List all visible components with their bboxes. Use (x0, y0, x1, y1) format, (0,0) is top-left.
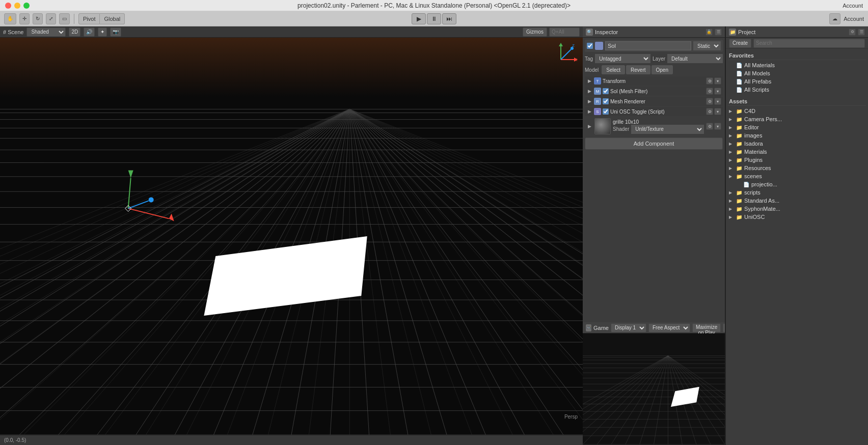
scale-tool-button[interactable]: ⤢ (46, 13, 56, 24)
tag-layer-row: Tag Untagged Layer Default (585, 54, 723, 63)
script-expand[interactable]: ▶ (586, 108, 592, 115)
inspector-menu-button[interactable]: ☰ (715, 29, 722, 36)
rotate-tool-button[interactable]: ↻ (33, 13, 43, 24)
toolbar-separator (74, 14, 74, 24)
favorites-item[interactable]: 📄All Models (728, 69, 866, 77)
mesh-filter-checkbox[interactable] (603, 88, 609, 94)
layer-dropdown[interactable]: Default (667, 54, 723, 63)
pause-button[interactable]: ⏸ (427, 13, 441, 24)
project-search-input[interactable] (753, 39, 865, 48)
persp-label: Persp (564, 414, 578, 420)
select-tab[interactable]: Select (602, 65, 625, 74)
scene-section: # Scene Shaded Wireframe 2D 🔊 ✦ 📷 Gizmos (0, 26, 583, 445)
project-settings-button[interactable]: ⚙ (849, 29, 856, 36)
asset-item[interactable]: ▶📁scenes (728, 172, 866, 180)
asset-item[interactable]: ▶📁Standard As... (728, 197, 866, 205)
mesh-renderer-checkbox[interactable] (603, 98, 609, 104)
mesh-renderer-expand[interactable]: ▶ (586, 98, 592, 104)
open-tab[interactable]: Open (652, 65, 673, 74)
display-dropdown[interactable]: Display 1 (611, 323, 646, 332)
status-bar: (0.0, -0.5) (0, 435, 583, 445)
2d-toggle[interactable]: 2D (69, 27, 80, 37)
asset-item[interactable]: ▶📁Camera Pers... (728, 115, 866, 123)
step-button[interactable]: ⏭ (442, 13, 456, 24)
game-icon: 🎮 (586, 324, 591, 331)
script-settings-button[interactable]: ⚙ (706, 108, 713, 115)
asset-item-label: projectio... (751, 181, 777, 187)
scene-search[interactable] (549, 27, 580, 37)
effects-toggle[interactable]: ✦ (98, 27, 107, 37)
asset-item-label: images (744, 132, 762, 138)
asset-item[interactable]: ▶📁Resources (728, 164, 866, 172)
favorites-item[interactable]: 📄All Scripts (728, 86, 866, 94)
script-checkbox[interactable] (603, 108, 609, 115)
cloud-button[interactable]: ☁ (829, 13, 840, 24)
asset-item[interactable]: ▶📁images (728, 131, 866, 140)
asset-item[interactable]: ▶📁Plugins (728, 156, 866, 164)
favorites-item[interactable]: 📄All Materials (728, 61, 866, 69)
inspector-lock-button[interactable]: 🔒 (706, 29, 713, 36)
asset-item[interactable]: 📄projectio... (728, 180, 866, 188)
project-menu-button[interactable]: ☰ (858, 29, 865, 36)
material-name: grille 10x10 (613, 119, 704, 125)
script-menu-button[interactable]: ▾ (714, 108, 721, 115)
asset-item-label: scripts (744, 189, 761, 196)
favorites-list: 📄All Materials📄All Models📄All Prefabs📄Al… (728, 61, 866, 94)
transform-expand[interactable]: ▶ (586, 78, 592, 84)
transform-icon: T (594, 77, 601, 85)
audio-toggle[interactable]: 🔊 (84, 27, 95, 37)
mesh-renderer-menu-button[interactable]: ▾ (714, 98, 721, 105)
transform-settings-button[interactable]: ⚙ (706, 77, 713, 85)
aspect-dropdown[interactable]: Free Aspect (648, 323, 690, 332)
revert-tab[interactable]: Revert (626, 65, 650, 74)
file-icon: 📄 (736, 70, 743, 77)
gizmos-button[interactable]: Gizmos (523, 27, 547, 37)
asset-item[interactable]: ▶📁Materials (728, 148, 866, 156)
asset-item[interactable]: ▶📁Editor (728, 123, 866, 131)
asset-item[interactable]: ▶📁Isadora (728, 140, 866, 148)
tag-label: Tag (585, 56, 593, 62)
material-settings-button[interactable]: ⚙ (706, 123, 713, 130)
close-button[interactable] (5, 3, 11, 9)
maximize-on-play-button[interactable]: Maximize on Play (692, 323, 721, 332)
tag-dropdown[interactable]: Untagged (595, 54, 650, 63)
favorites-item[interactable]: 📄All Prefabs (728, 77, 866, 86)
asset-item-label: UniOSC (744, 214, 765, 220)
mesh-renderer-settings-button[interactable]: ⚙ (706, 98, 713, 105)
transform-menu-button[interactable]: ▾ (714, 77, 721, 85)
rect-tool-button[interactable]: ▭ (59, 13, 70, 24)
shading-dropdown[interactable]: Shaded Wireframe (26, 27, 66, 37)
mesh-filter-menu-button[interactable]: ▾ (714, 88, 721, 95)
object-active-checkbox[interactable] (587, 43, 593, 49)
asset-item[interactable]: ▶📁C4D (728, 107, 866, 115)
object-name-input[interactable] (605, 41, 691, 50)
asset-item[interactable]: ▶📁scripts (728, 188, 866, 197)
mesh-filter-settings-button[interactable]: ⚙ (706, 88, 713, 95)
svg-text:X: X (575, 58, 578, 62)
pivot-button[interactable]: Pivot (78, 13, 100, 24)
svg-marker-1 (559, 43, 563, 46)
asset-item-label: SyphonMate... (744, 206, 780, 212)
right-column: 🔍 Inspector 🔒 ☰ Static (583, 26, 868, 445)
minimize-button[interactable] (14, 3, 20, 9)
asset-item[interactable]: ▶📁SyphonMate... (728, 205, 866, 213)
camera-toggle[interactable]: 📷 (110, 27, 121, 37)
material-menu-button[interactable]: ▾ (714, 123, 721, 130)
folder-icon: 📁 (736, 124, 743, 131)
maximize-button[interactable] (23, 3, 30, 9)
global-button[interactable]: Global (100, 13, 125, 24)
mesh-filter-icon: M (594, 88, 601, 95)
game-title: Game (593, 325, 609, 331)
add-component-button[interactable]: Add Component (585, 137, 723, 150)
asset-item[interactable]: ▶📁UniOSC (728, 213, 866, 221)
account-label: Account (843, 3, 863, 9)
mesh-filter-expand[interactable]: ▶ (586, 88, 592, 94)
static-dropdown[interactable]: Static (693, 41, 721, 50)
create-button[interactable]: Create (729, 39, 751, 48)
folder-icon: 📁 (736, 197, 743, 204)
move-tool-button[interactable]: ✛ (19, 13, 30, 24)
hand-tool-button[interactable]: ✋ (4, 13, 16, 24)
material-expand[interactable]: ▶ (586, 123, 592, 129)
play-button[interactable]: ▶ (412, 13, 426, 24)
shader-dropdown[interactable]: Unlit/Texture (631, 125, 704, 134)
